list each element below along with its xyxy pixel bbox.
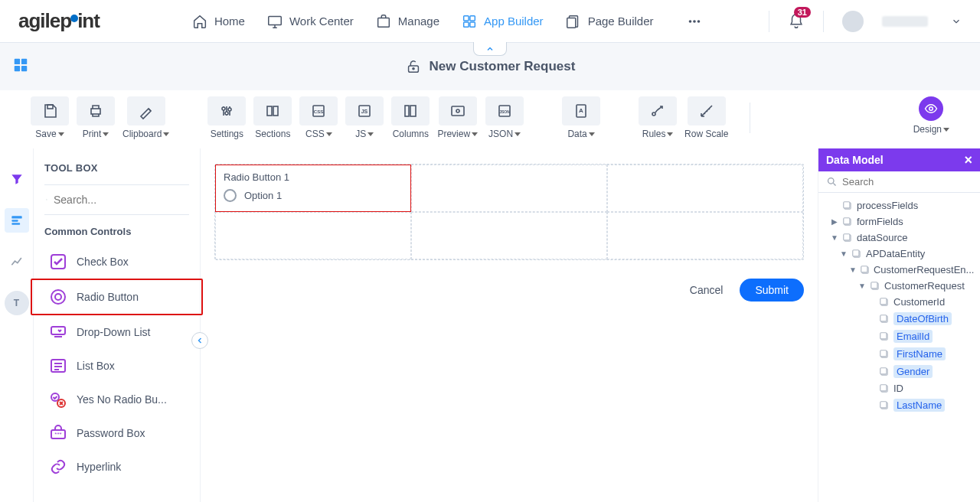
logo: agilep int: [18, 9, 100, 33]
tool-checkbox[interactable]: Check Box: [44, 245, 189, 279]
cancel-button[interactable]: Cancel: [690, 284, 724, 296]
ribbon-label: Save: [35, 129, 64, 139]
ribbon-json[interactable]: JSONJSON: [485, 96, 524, 139]
tree-row[interactable]: ▼dataSource: [822, 230, 977, 246]
ribbon-js[interactable]: JSJS: [345, 96, 384, 139]
chevron-up-icon: [485, 44, 495, 54]
data-model-search-input[interactable]: [842, 176, 972, 187]
tree-row[interactable]: ▼CustomerRequestEn...: [822, 262, 977, 278]
ribbon-label: Print: [83, 129, 109, 139]
ribbon-print[interactable]: Print: [77, 96, 115, 139]
tool-radio[interactable]: Radio Button: [31, 279, 203, 315]
ribbon-preview[interactable]: Preview: [437, 96, 478, 139]
tree-row[interactable]: LastName: [822, 396, 977, 414]
ribbon-data[interactable]: AData: [562, 96, 600, 139]
tree-arrow-icon: ▼: [858, 282, 866, 290]
ribbon-settings[interactable]: Settings: [207, 96, 246, 139]
form-cell[interactable]: [411, 165, 607, 212]
form-cell[interactable]: [215, 212, 411, 259]
avatar[interactable]: [842, 11, 864, 32]
data-model-title: Data Model: [826, 154, 884, 166]
data-model-search[interactable]: [818, 171, 980, 193]
svg-rect-5: [470, 21, 475, 26]
ribbon-columns[interactable]: Columns: [391, 96, 430, 139]
ribbon-clipboard[interactable]: Clipboard: [122, 96, 169, 139]
nav-icon: [266, 13, 283, 30]
tool-link[interactable]: Hyperlink: [44, 450, 189, 484]
close-icon[interactable]: ×: [964, 153, 972, 167]
svg-point-43: [51, 393, 59, 401]
nav-home[interactable]: Home: [191, 13, 245, 30]
ribbon-label: Preview: [437, 129, 478, 139]
tool-yesno[interactable]: Yes No Radio Bu...: [44, 383, 189, 416]
toolbox-search[interactable]: [44, 184, 189, 215]
apps-grid-button[interactable]: [12, 57, 29, 73]
data-model-tree: processFields▶formFields▼dataSource▼APDa…: [818, 193, 980, 502]
ribbon-icon: A: [562, 96, 600, 126]
tool-password[interactable]: ***Password Box: [44, 416, 189, 450]
chevron-down-icon: [103, 132, 109, 136]
svg-point-39: [51, 290, 65, 304]
ribbon-rules[interactable]: Rules: [639, 96, 677, 139]
tool-listbox[interactable]: List Box: [44, 349, 189, 383]
checkbox-icon: [49, 253, 67, 271]
tree-row[interactable]: ▼APDataEntity: [822, 246, 977, 262]
form-cell[interactable]: [411, 212, 607, 259]
ribbon-sections[interactable]: Sections: [253, 96, 292, 139]
tree-row[interactable]: DateOfBirth: [822, 310, 977, 328]
svg-rect-61: [880, 298, 887, 304]
nav-manage[interactable]: Manage: [375, 13, 439, 30]
ribbon-css[interactable]: CSSCSS: [299, 96, 338, 139]
rail-chart[interactable]: [5, 249, 29, 274]
logo-text-a: agilep: [18, 9, 71, 33]
nav-more-button[interactable]: [686, 13, 703, 30]
search-icon: [826, 176, 838, 187]
nav-page-builder[interactable]: Page Builder: [565, 13, 654, 30]
tool-dropdown[interactable]: Drop-Down List: [44, 315, 189, 349]
tree-row[interactable]: CustomerId: [822, 294, 977, 310]
toolbox-search-input[interactable]: [54, 194, 188, 206]
rail-t[interactable]: T: [5, 291, 29, 315]
nav-work-center[interactable]: Work Center: [266, 13, 354, 30]
notifications-button[interactable]: 31: [788, 13, 805, 30]
ribbon-label: JSON: [488, 129, 521, 139]
tree-arrow-icon: ▼: [831, 233, 838, 242]
svg-rect-25: [410, 106, 416, 116]
form-grid[interactable]: Radio Button 1 Option 1: [214, 164, 804, 260]
radio-option[interactable]: Option 1: [224, 189, 403, 202]
radio-icon: [224, 189, 237, 202]
tree-label: dataSource: [857, 232, 908, 243]
form-cell[interactable]: [607, 212, 803, 259]
collapse-header-button[interactable]: [473, 42, 507, 56]
submit-button[interactable]: Submit: [740, 279, 804, 302]
tree-row[interactable]: ▼CustomerRequest: [822, 278, 977, 294]
ribbon-label: JS: [355, 129, 374, 139]
collapse-toolbox-button[interactable]: [191, 332, 208, 349]
nav-icon: [565, 13, 582, 30]
svg-point-10: [697, 20, 700, 23]
chevron-down-icon[interactable]: [951, 16, 962, 27]
tool-label: Radio Button: [77, 291, 139, 303]
form-cell[interactable]: [607, 165, 803, 212]
ribbon-icon: [439, 96, 477, 126]
ribbon-icon: [688, 96, 726, 126]
svg-point-16: [225, 112, 228, 115]
tree-row[interactable]: Gender: [822, 363, 977, 380]
form-cell-selected[interactable]: Radio Button 1 Option 1: [215, 165, 411, 212]
toolbox-items: Check BoxRadio ButtonDrop-Down ListList …: [44, 245, 189, 484]
tree-row[interactable]: processFields: [822, 197, 977, 214]
ribbon-save[interactable]: Save: [31, 96, 69, 139]
tree-row[interactable]: EmailId: [822, 328, 977, 345]
design-mode-button[interactable]: Design: [913, 96, 949, 135]
svg-rect-55: [853, 249, 859, 256]
rail-filter[interactable]: [5, 167, 29, 191]
tree-row[interactable]: ▶formFields: [822, 214, 977, 230]
ribbon-row-scale[interactable]: Row Scale: [684, 96, 728, 139]
rail-form[interactable]: [5, 208, 29, 233]
notif-badge: 31: [794, 7, 811, 18]
tree-row[interactable]: FirstName: [822, 345, 977, 363]
tree-row[interactable]: ID: [822, 380, 977, 396]
nav-app-builder[interactable]: App Builder: [461, 13, 544, 30]
field-label: Radio Button 1: [224, 171, 403, 183]
svg-text:***: ***: [54, 431, 61, 438]
